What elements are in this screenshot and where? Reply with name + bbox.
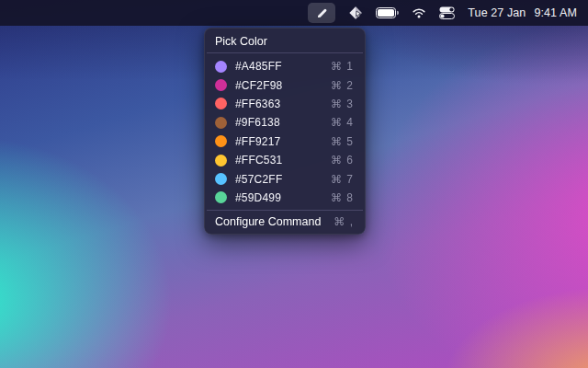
color-swatch-dot (215, 155, 227, 167)
color-hex-label: #FF9217 (235, 135, 280, 148)
shortcut-label: ⌘ 5 (331, 135, 354, 148)
color-hex-label: #9F6138 (235, 116, 280, 129)
shortcut-label: ⌘ 3 (331, 98, 354, 110)
menu-separator (207, 210, 363, 211)
color-menu-item-1[interactable]: #A485FF ⌘ 1 (205, 57, 365, 75)
color-menu-item-8[interactable]: #59D499 ⌘ 8 (205, 189, 365, 207)
color-hex-label: #FF6363 (235, 98, 280, 110)
color-swatch-dot (215, 191, 227, 203)
configure-command-menu-item[interactable]: Configure Command ⌘ , (205, 213, 365, 230)
shortcut-label: ⌘ 8 (331, 191, 354, 204)
control-center-icon (439, 6, 455, 19)
color-hex-label: #57C2FF (235, 173, 282, 186)
menu-bar-status-area: Tue 27 Jan 9:41 AM (308, 3, 577, 23)
menu-bar-date: Tue 27 Jan (468, 6, 526, 19)
battery-menu-extra[interactable] (376, 3, 399, 23)
menu-bar-clock[interactable]: Tue 27 Jan 9:41 AM (468, 6, 577, 19)
pointer-diamond-icon (348, 6, 363, 20)
pointer-diamond-menu-extra[interactable] (348, 3, 363, 23)
pencil-icon (315, 6, 329, 20)
shortcut-label: ⌘ 2 (331, 79, 354, 92)
configure-command-label: Configure Command (215, 215, 321, 228)
color-hex-label: #A485FF (235, 60, 282, 73)
color-swatch-dot (215, 79, 227, 91)
pick-color-dropdown-menu: Pick Color #A485FF ⌘ 1 #CF2F98 ⌘ 2 #FF63… (204, 28, 366, 235)
color-swatch-dot (215, 117, 227, 129)
color-picker-menu-extra[interactable] (308, 3, 335, 23)
color-hex-label: #FFC531 (235, 154, 282, 167)
menu-bar: Tue 27 Jan 9:41 AM (0, 0, 588, 26)
shortcut-label: ⌘ 6 (331, 154, 354, 167)
color-swatch-dot (215, 61, 227, 73)
color-menu-item-5[interactable]: #FF9217 ⌘ 5 (205, 132, 365, 151)
color-hex-label: #59D499 (235, 191, 281, 204)
wifi-icon (412, 7, 426, 18)
color-hex-label: #CF2F98 (235, 79, 282, 92)
color-swatch-dot (215, 173, 227, 185)
shortcut-label: ⌘ 4 (331, 116, 354, 129)
shortcut-label: ⌘ 1 (331, 60, 354, 73)
color-menu-item-4[interactable]: #9F6138 ⌘ 4 (205, 113, 365, 132)
color-swatch-dot (215, 135, 227, 147)
battery-icon (376, 7, 399, 18)
control-center-menu-extra[interactable] (439, 3, 455, 23)
wifi-menu-extra[interactable] (412, 3, 426, 23)
menu-bar-time: 9:41 AM (534, 6, 577, 19)
color-menu-item-6[interactable]: #FFC531 ⌘ 6 (205, 151, 365, 169)
color-menu-item-2[interactable]: #CF2F98 ⌘ 2 (205, 75, 365, 94)
dropdown-title: Pick Color (205, 34, 365, 49)
menu-separator (207, 52, 363, 53)
color-menu-item-3[interactable]: #FF6363 ⌘ 3 (205, 95, 365, 113)
color-menu-item-7[interactable]: #57C2FF ⌘ 7 (205, 169, 365, 188)
shortcut-label: ⌘ 7 (331, 173, 354, 186)
color-swatch-dot (215, 98, 227, 109)
shortcut-label: ⌘ , (334, 215, 354, 228)
